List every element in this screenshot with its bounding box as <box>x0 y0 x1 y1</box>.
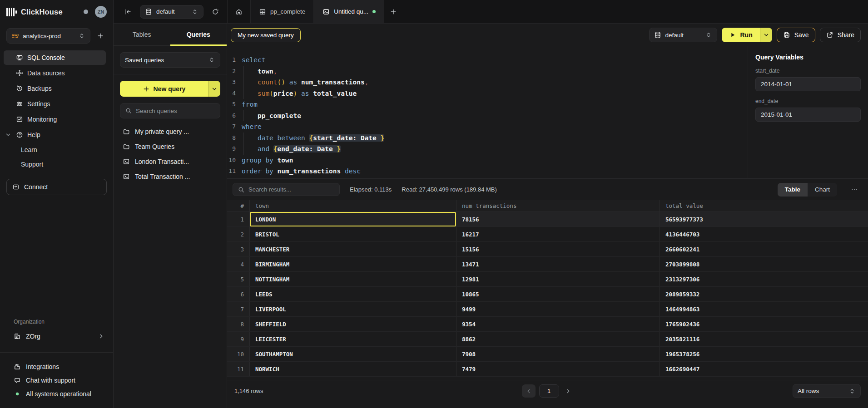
page-number[interactable]: 1 <box>539 384 559 398</box>
topbar-tab-untitled-qu[interactable]: Untitled qu... <box>314 0 384 23</box>
sidebar-footer-integrations[interactable]: Integrations <box>0 360 113 374</box>
table-cell[interactable]: 2660602241 <box>660 242 868 256</box>
table-cell[interactable]: BRISTOL <box>250 227 456 241</box>
connect-button[interactable]: Connect <box>6 179 107 195</box>
search-queries-input[interactable]: Search queries <box>120 103 220 118</box>
view-toggle: TableChart <box>778 183 837 197</box>
topbar-database-selector[interactable]: default <box>140 5 203 19</box>
sidebar-item-learn[interactable]: Learn <box>4 143 106 157</box>
table-cell[interactable]: 16217 <box>456 227 660 241</box>
sidebar-item-sql-console[interactable]: SQL Console <box>4 50 106 65</box>
sidebar-item-data-sources[interactable]: Data sources <box>4 66 106 80</box>
table-cell[interactable]: 8862 <box>456 332 660 346</box>
table-cell[interactable]: 15156 <box>456 242 660 256</box>
organization-selector[interactable]: ZOrg <box>0 329 113 343</box>
query-item-team-queries[interactable]: Team Queries <box>120 139 220 154</box>
table-cell[interactable]: MANCHESTER <box>250 242 456 256</box>
query-item-my-private-query[interactable]: My private query ... <box>120 124 220 139</box>
table-cell[interactable]: 12981 <box>456 272 660 286</box>
code-text: and {end_date: Date } <box>242 143 341 155</box>
table-cell[interactable]: 78156 <box>456 212 660 226</box>
sidebar-footer-chat-with-support[interactable]: Chat with support <box>0 374 113 387</box>
table-cell[interactable]: NOTTINGHAM <box>250 272 456 286</box>
table-cell[interactable]: 2035821116 <box>660 332 868 346</box>
sql-editor[interactable]: 1select2 town,3 count() as num_transacti… <box>227 46 748 178</box>
table-cell[interactable]: 9354 <box>456 317 660 331</box>
new-query-menu-button[interactable] <box>208 81 220 97</box>
start-date-input[interactable]: 2014-01-01 <box>755 77 861 91</box>
table-cell[interactable]: SHEFFIELD <box>250 317 456 331</box>
column-header-num-transactions[interactable]: num_transactions <box>456 200 660 211</box>
view-tab-table[interactable]: Table <box>778 183 808 197</box>
brand-title: ClickHouse <box>21 8 63 16</box>
query-item-total-transaction[interactable]: Total Transaction ... <box>120 169 220 184</box>
terminal-icon <box>322 8 330 15</box>
page-size-selector[interactable]: All rows <box>793 384 861 398</box>
table-cell[interactable]: LEICESTER <box>250 332 456 346</box>
previous-page-button[interactable] <box>522 384 536 398</box>
sidebar-item-monitoring[interactable]: Monitoring <box>4 112 106 127</box>
line-number: 10 <box>227 155 242 166</box>
column-header-total-value[interactable]: total_value <box>660 200 868 211</box>
saved-queries-selector[interactable]: Saved queries <box>120 52 220 68</box>
topbar-tab-pp-complete[interactable]: pp_complete <box>250 0 314 23</box>
table-cell[interactable]: 2703899808 <box>660 257 868 271</box>
table-cell[interactable]: 4136446703 <box>660 227 868 241</box>
table-cell[interactable]: SOUTHAMPTON <box>250 347 456 361</box>
results-menu-button[interactable] <box>848 183 861 196</box>
sidebar-item-help[interactable]: Help <box>4 128 106 142</box>
table-cell[interactable]: BIRMINGHAM <box>250 257 456 271</box>
table-cell[interactable]: 7479 <box>456 362 660 376</box>
table-cell[interactable]: LEEDS <box>250 287 456 301</box>
table-cell[interactable]: 1965378256 <box>660 347 868 361</box>
tab-queries[interactable]: Queries <box>170 24 227 45</box>
query-item-london-transacti[interactable]: London Transacti... <box>120 154 220 169</box>
table-cell[interactable]: NORWICH <box>250 362 456 376</box>
column-header-town[interactable]: town <box>250 200 456 211</box>
table-cell[interactable]: LIVERPOOL <box>250 302 456 316</box>
table-cell[interactable]: 13471 <box>456 257 660 271</box>
table-cell[interactable]: 1662690447 <box>660 362 868 376</box>
table-cell[interactable]: LONDON <box>250 212 456 226</box>
run-menu-button[interactable] <box>760 28 772 42</box>
panel-divider <box>114 74 227 74</box>
table-cell[interactable]: 1765902436 <box>660 317 868 331</box>
add-service-button[interactable] <box>94 29 107 42</box>
table-cell[interactable]: 1464994863 <box>660 302 868 316</box>
collapse-sidebar-button[interactable] <box>122 5 134 18</box>
new-query-label: New query <box>154 85 186 93</box>
topbar-database-value: default <box>156 8 175 15</box>
run-split-button: Run <box>722 28 772 42</box>
sidebar-item-settings[interactable]: Settings <box>4 97 106 111</box>
new-tab-button[interactable] <box>387 5 400 18</box>
sidebar-item-backups[interactable]: Backups <box>4 81 106 96</box>
query-item-label: London Transacti... <box>135 158 189 165</box>
user-avatar[interactable]: ZN <box>95 6 107 18</box>
sidebar-nav: SQL ConsoleData sourcesBackupsSettingsMo… <box>0 49 113 172</box>
share-button[interactable]: Share <box>820 28 861 42</box>
table-cell[interactable]: 56593977373 <box>660 212 868 226</box>
end-date-input[interactable]: 2015-01-01 <box>755 108 861 122</box>
table-cell[interactable]: 2089859332 <box>660 287 868 301</box>
refresh-button[interactable] <box>209 5 222 18</box>
save-button[interactable]: Save <box>777 28 815 42</box>
clickhouse-logo-icon[interactable] <box>6 7 17 16</box>
service-selector[interactable]: aws analytics-prod <box>6 28 90 44</box>
run-database-selector[interactable]: default <box>649 28 717 42</box>
search-results-input[interactable]: Search results... <box>233 183 340 196</box>
new-query-button[interactable]: New query <box>120 81 208 97</box>
table-cell[interactable]: 10865 <box>456 287 660 301</box>
home-button[interactable] <box>228 0 250 23</box>
view-tab-chart[interactable]: Chart <box>808 183 837 197</box>
table-cell[interactable]: 2313297306 <box>660 272 868 286</box>
main-column: default pp_completeUntitled qu... Tables… <box>114 0 868 408</box>
saved-query-tab[interactable]: My new saved query <box>231 28 301 42</box>
next-page-button[interactable] <box>563 388 574 395</box>
sidebar-item-support[interactable]: Support <box>4 157 106 171</box>
table-cell[interactable]: 7908 <box>456 347 660 361</box>
sidebar-footer-all-systems-operational[interactable]: All systems operational <box>0 387 113 401</box>
table-cell[interactable]: 9499 <box>456 302 660 316</box>
run-button[interactable]: Run <box>722 28 760 42</box>
tab-tables[interactable]: Tables <box>114 24 170 45</box>
column-header-index[interactable]: # <box>227 200 250 211</box>
